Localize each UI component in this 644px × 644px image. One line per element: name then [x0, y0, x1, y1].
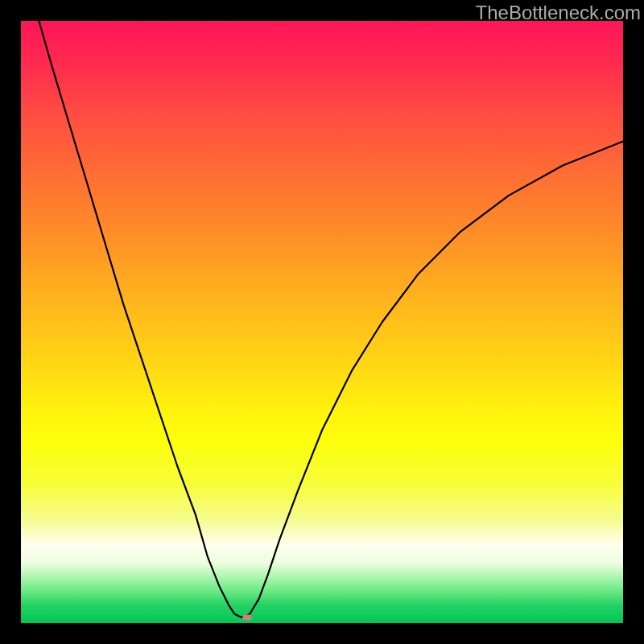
chart-svg [21, 21, 623, 623]
bottleneck-curve [39, 21, 623, 617]
watermark: TheBottleneck.com [473, 0, 644, 26]
optimal-marker [242, 614, 251, 620]
plot-area [21, 21, 623, 623]
